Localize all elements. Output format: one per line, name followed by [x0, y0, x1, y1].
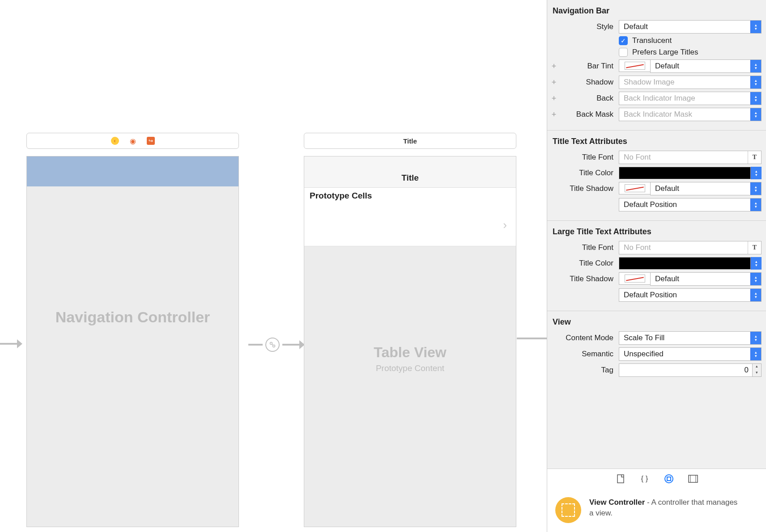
tag-field[interactable]: 0: [619, 363, 753, 377]
title-shadow-label: Title Shadow: [552, 184, 619, 193]
view-section: View Content Mode Scale To Fill Semantic…: [547, 311, 766, 386]
add-icon[interactable]: +: [550, 78, 557, 87]
content-mode-label: Content Mode: [552, 334, 619, 342]
large-title-font-field[interactable]: No FontT: [619, 241, 762, 254]
bartint-swatch[interactable]: [619, 59, 650, 72]
segue-icon[interactable]: [265, 338, 280, 352]
title-shadow-swatch[interactable]: [619, 182, 650, 194]
object-library-tab[interactable]: [664, 473, 674, 484]
semantic-label: Semantic: [552, 350, 619, 359]
tag-stepper[interactable]: ▴▾: [753, 363, 762, 377]
entry-arrow: [0, 338, 22, 350]
large-title-text-attributes-section: Large Title Text Attributes Title Font N…: [547, 221, 766, 311]
svg-rect-8: [617, 475, 624, 483]
large-title-shadow-select[interactable]: Default: [650, 272, 762, 286]
large-title-font-label: Title Font: [552, 243, 619, 252]
font-picker-icon[interactable]: T: [748, 151, 761, 164]
prefers-large-label: Prefers Large Titles: [632, 48, 698, 57]
section-title: View: [553, 317, 762, 327]
translucent-label: Translucent: [632, 36, 672, 45]
svg-marker-1: [17, 339, 22, 348]
large-title-color-stepper[interactable]: [751, 257, 762, 270]
navigation-bar[interactable]: Title: [304, 156, 516, 188]
font-picker-icon[interactable]: T: [748, 241, 761, 254]
scene-header[interactable]: ‹ ◉ ↪: [26, 133, 239, 149]
bartint-label: Bar Tint: [552, 62, 619, 71]
prototype-cells-header: Prototype Cells: [304, 188, 516, 204]
large-title-shadow-swatch[interactable]: [619, 272, 650, 285]
back-label: Back: [552, 94, 619, 103]
table-view-controller-scene[interactable]: Title Title Prototype Cells › Table View…: [304, 133, 516, 527]
style-label: Style: [552, 22, 619, 31]
scene-label: Navigation Controller: [27, 308, 238, 326]
prototype-cell[interactable]: ›: [304, 204, 516, 246]
content-mode-select[interactable]: Scale To Fill: [619, 331, 762, 345]
file-template-tab[interactable]: [615, 473, 626, 484]
title-color-label: Title Color: [552, 169, 619, 177]
navigation-controller-scene[interactable]: ‹ ◉ ↪ Navigation Controller: [26, 133, 239, 527]
translucent-checkbox[interactable]: ✓ Translucent: [619, 36, 762, 45]
exit-icon: ↪: [147, 137, 155, 145]
title-font-field[interactable]: No FontT: [619, 151, 762, 164]
title-color-stepper[interactable]: [751, 167, 762, 179]
svg-point-9: [665, 475, 673, 483]
large-title-color-label: Title Color: [552, 259, 619, 268]
large-title-shadow-label: Title Shadow: [552, 274, 619, 283]
inspector-panel: Navigation Bar Style Default ✓ Transluce…: [547, 0, 766, 532]
library-tab-bar: { }: [547, 469, 766, 488]
first-responder-icon: ◉: [129, 137, 137, 145]
add-icon[interactable]: +: [550, 110, 557, 119]
navbar-section: Navigation Bar Style Default ✓ Transluce…: [547, 0, 766, 131]
svg-rect-10: [667, 477, 671, 481]
title-text-attributes-section: Title Text Attributes Title Font No Font…: [547, 131, 766, 221]
section-title: Large Title Text Attributes: [553, 227, 762, 236]
add-icon[interactable]: +: [550, 62, 557, 71]
title-shadow-position-select[interactable]: Default Position: [619, 198, 762, 211]
scene-header[interactable]: Title: [304, 133, 516, 149]
segue-arrow[interactable]: [248, 338, 305, 352]
view-controller-icon: [555, 497, 581, 523]
code-snippet-tab[interactable]: { }: [639, 473, 650, 484]
semantic-select[interactable]: Unspecified: [619, 347, 762, 361]
disclosure-icon: ›: [503, 218, 507, 232]
style-select[interactable]: Default: [619, 20, 762, 34]
prefers-large-titles-checkbox[interactable]: Prefers Large Titles: [619, 48, 762, 57]
navbar-placeholder[interactable]: [27, 156, 238, 186]
scene-body[interactable]: Navigation Controller: [26, 156, 239, 527]
svg-rect-11: [689, 475, 698, 482]
tag-label: Tag: [552, 366, 619, 375]
scene-body[interactable]: Title Prototype Cells › Table View Proto…: [304, 156, 516, 527]
checkbox-icon: [619, 48, 628, 57]
checkbox-icon: ✓: [619, 36, 628, 45]
title-font-label: Title Font: [552, 153, 619, 162]
shadow-select[interactable]: Shadow Image: [619, 76, 762, 89]
bartint-select[interactable]: Default: [650, 59, 762, 73]
library-item-text: View Controller - A controller that mana…: [589, 497, 741, 523]
title-shadow-select[interactable]: Default: [650, 182, 762, 195]
svg-line-5: [272, 344, 273, 346]
backmask-select[interactable]: Back Indicator Mask: [619, 108, 762, 121]
tv-subtitle: Prototype Content: [304, 363, 516, 373]
title-color-swatch[interactable]: [619, 167, 751, 179]
large-title-shadow-position-select[interactable]: Default Position: [619, 288, 762, 302]
section-title: Title Text Attributes: [553, 137, 762, 146]
tv-title: Table View: [304, 344, 516, 361]
storyboard-canvas[interactable]: ‹ ◉ ↪ Navigation Controller Title Title …: [0, 0, 547, 532]
back-select[interactable]: Back Indicator Image: [619, 92, 762, 105]
outgoing-line: [517, 338, 547, 339]
large-title-color-swatch[interactable]: [619, 257, 751, 270]
back-icon: ‹: [111, 137, 119, 145]
table-view-label: Table View Prototype Content: [304, 344, 516, 373]
media-library-tab[interactable]: [688, 473, 698, 484]
library-item[interactable]: View Controller - A controller that mana…: [547, 488, 766, 532]
backmask-label: Back Mask: [552, 110, 619, 119]
nav-title: Title: [401, 173, 419, 183]
scene-title: Title: [403, 137, 417, 145]
add-icon[interactable]: +: [550, 94, 557, 103]
shadow-label: Shadow: [552, 78, 619, 87]
section-title: Navigation Bar: [553, 6, 762, 16]
